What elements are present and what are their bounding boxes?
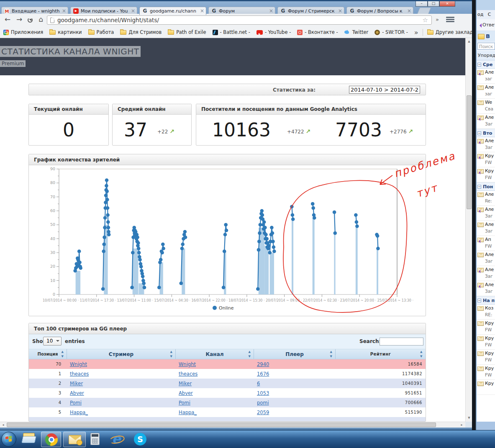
bookmark-item[interactable]: Twitter <box>344 29 369 35</box>
collapse-icon[interactable]: − <box>477 131 481 135</box>
address-bar[interactable]: goodgame.ru/channel/Wnight/stats/ ☆ <box>47 15 432 25</box>
tab-close-icon[interactable]: × <box>407 8 411 14</box>
horizontal-scrollbar[interactable]: ◂ ▸ <box>0 422 465 428</box>
chrome-menu-icon[interactable] <box>446 16 454 23</box>
scroll-left-icon[interactable]: ◂ <box>0 422 6 428</box>
streamer-link[interactable]: Happa_ <box>70 410 88 415</box>
collapse-icon[interactable]: − <box>477 63 481 67</box>
player-link[interactable]: 2059 <box>257 410 269 415</box>
column-header-5[interactable]: Рейтинг▲▼ <box>335 349 426 359</box>
toolbar-overflow-icon[interactable]: » <box>436 16 439 23</box>
sort-icon[interactable]: ▲▼ <box>330 350 332 359</box>
mail-item[interactable]: КруFW <box>477 335 495 350</box>
streamer-link[interactable]: theaces <box>70 371 89 377</box>
vertical-scroll-thumb[interactable] <box>467 95 472 209</box>
other-bookmarks-button[interactable]: Другие закладки <box>427 29 479 35</box>
column-header-3[interactable]: Канал▲▼ <box>175 349 254 359</box>
mail-item[interactable]: АлеЗаг <box>477 137 495 152</box>
scroll-right-icon[interactable]: ▸ <box>459 422 465 428</box>
tab-close-icon[interactable]: × <box>131 8 135 14</box>
bookmark-item[interactable]: Path of Exile <box>168 29 206 35</box>
bookmark-star-icon[interactable]: ☆ <box>423 16 428 24</box>
mail-group-header[interactable]: −На п <box>477 296 495 305</box>
channel-link[interactable]: Wnight <box>179 361 196 367</box>
player-link[interactable]: pomi <box>257 400 269 406</box>
mail-item[interactable]: КруFW <box>477 350 495 365</box>
player-link[interactable]: 2940 <box>257 361 269 367</box>
browser-tab[interactable]: Ggoodgame.ru/chann× <box>139 7 206 15</box>
page-size-select[interactable]: 10 <box>43 337 62 346</box>
channel-link[interactable]: Happa_ <box>179 410 197 415</box>
tab-close-icon[interactable]: × <box>338 8 342 14</box>
channel-link[interactable]: theaces <box>179 371 197 377</box>
player-link[interactable]: 6 <box>257 381 260 387</box>
mail-item[interactable]: WeСва <box>477 99 495 114</box>
arrange-by-bar[interactable]: Упоряд <box>477 51 495 60</box>
scroll-down-icon[interactable]: ▼ <box>466 415 472 421</box>
channel-link[interactable]: Miker <box>179 381 192 387</box>
bookmark-item[interactable]: Приложения <box>3 29 43 35</box>
streamer-link[interactable]: Miker <box>70 381 83 387</box>
bookmark-item[interactable]: - SW:TOR - <box>374 29 408 35</box>
date-range-input[interactable] <box>349 86 420 94</box>
minimize-button[interactable]: – <box>415 1 428 7</box>
column-header-2[interactable]: Стример▲▼ <box>67 349 175 359</box>
url-text[interactable]: goodgame.ru/channel/Wnight/stats/ <box>57 17 159 23</box>
streamer-link[interactable]: Pomi <box>70 400 82 406</box>
bookmarks-overflow-icon[interactable]: » <box>414 28 418 36</box>
bookmark-item[interactable]: Для Стримов <box>120 29 162 35</box>
scroll-up-icon[interactable]: ▲ <box>466 38 472 45</box>
horizontal-scroll-thumb[interactable] <box>7 422 436 427</box>
close-button[interactable]: × <box>439 1 455 7</box>
taskbar-chrome-button[interactable] <box>41 432 61 447</box>
channel-link[interactable]: Pomi <box>179 400 190 406</box>
mail-item[interactable]: КруFW <box>477 152 495 167</box>
tab-close-icon[interactable]: × <box>200 8 204 14</box>
bookmark-item[interactable]: Работа <box>88 29 114 35</box>
taskbar-skype-button[interactable]: S <box>134 433 146 445</box>
mail-group-header[interactable]: −Сре <box>477 60 495 69</box>
reload-icon[interactable] <box>28 18 33 23</box>
bookmark-item[interactable]: - Battle.net - <box>213 29 250 35</box>
channel-link[interactable]: Abver <box>179 390 193 396</box>
mail-item[interactable]: АлеЗаг <box>477 281 495 296</box>
sort-icon[interactable]: ▲▼ <box>170 350 172 359</box>
mail-item[interactable]: Алезаг <box>477 84 495 99</box>
maximize-button[interactable]: □ <box>428 1 439 7</box>
sort-icon[interactable]: ▲▼ <box>420 350 423 359</box>
mail-item[interactable]: АлеRe: <box>477 191 495 206</box>
mail-group-header[interactable]: −Пон <box>477 182 495 191</box>
bookmark-item[interactable]: картинки <box>49 29 82 35</box>
bookmark-item[interactable]: - Вконтакте - <box>297 29 338 35</box>
mail-item[interactable]: АпFW <box>477 236 495 251</box>
mail-item[interactable]: АлеЗаг <box>477 266 495 281</box>
collapse-icon[interactable]: − <box>477 299 481 302</box>
search-input[interactable] <box>380 338 423 346</box>
collapse-icon[interactable]: − <box>477 185 481 189</box>
sort-icon[interactable]: ▲▼ <box>249 350 251 359</box>
outlook-search[interactable]: Поиск <box>477 42 495 51</box>
taskbar-ie-button[interactable]: e <box>110 433 123 445</box>
streamer-link[interactable]: Wnight <box>70 361 87 367</box>
player-link[interactable]: 1053 <box>257 390 269 396</box>
streamer-link[interactable]: Abver <box>70 390 84 396</box>
bookmark-item[interactable]: - YouTube - <box>256 29 291 35</box>
mail-item[interactable]: Кру <box>477 380 495 395</box>
sort-icon[interactable]: ▲▼ <box>62 350 64 359</box>
home-icon[interactable]: ⌂ <box>36 15 46 23</box>
forward-icon[interactable]: → <box>14 15 24 23</box>
new-tab-button[interactable] <box>417 8 431 14</box>
outlook-menu-bar[interactable]: од С <box>477 10 495 19</box>
mail-item[interactable]: АлеЗаг <box>477 251 495 266</box>
mail-item[interactable]: КозRE: <box>477 305 495 320</box>
player-link[interactable]: 1676 <box>257 371 269 377</box>
mail-item[interactable]: КруFW <box>477 365 495 380</box>
column-header-1[interactable]: Позиция▲▼ <box>29 349 67 359</box>
mail-item[interactable]: Алезаг <box>477 69 495 84</box>
mail-item[interactable]: АлеЗаг <box>477 114 495 129</box>
column-header-4[interactable]: Плеер▲▼ <box>254 349 335 359</box>
taskbar-calculator-button[interactable] <box>90 433 100 445</box>
mail-group-header[interactable]: −Вто <box>477 129 495 137</box>
tab-close-icon[interactable]: × <box>269 8 273 14</box>
taskbar-outlook-button[interactable] <box>63 432 86 447</box>
